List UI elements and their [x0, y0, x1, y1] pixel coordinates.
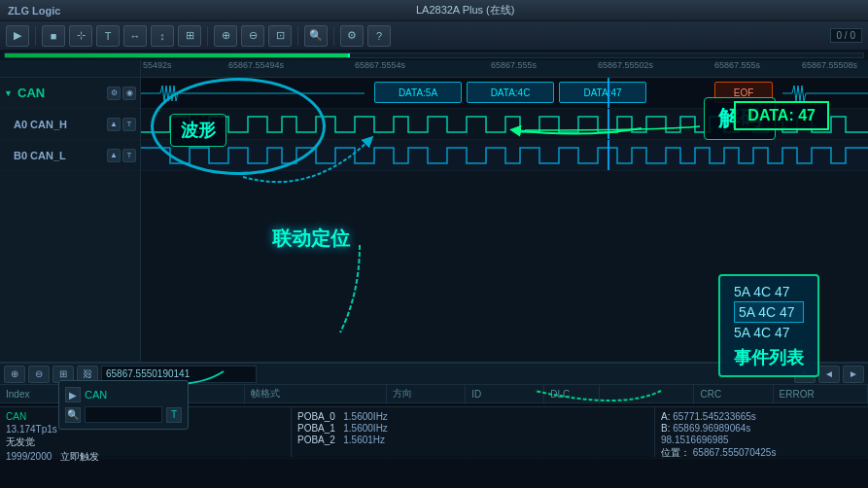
progress-bar-fill	[5, 53, 348, 57]
can-l-waveform-row	[141, 140, 868, 171]
measure-button[interactable]: ↔	[123, 25, 147, 47]
poba1-row: POBA_1 1.5600IHz	[297, 423, 648, 434]
status-count: 1999/2000 立即触发	[6, 450, 285, 464]
signal-up-l-icon[interactable]: ▲	[107, 149, 121, 162]
event-row-2: 5A 4C 47	[734, 301, 804, 323]
th-error: ERROR	[773, 385, 867, 403]
signal-name-can-h: A0 CAN_H	[14, 119, 107, 130]
play-button[interactable]: ▶	[6, 25, 29, 47]
help-button[interactable]: ?	[367, 25, 391, 47]
signal-item-can[interactable]: ▼ CAN ⚙ ◉	[0, 78, 140, 109]
cursor-a-row: A: 65771.545233665s	[661, 411, 862, 422]
text-icon[interactable]: T	[166, 407, 182, 423]
signal-settings-icon[interactable]: ⚙	[107, 87, 121, 100]
signal-item-can-h[interactable]: A0 CAN_H ▲ T	[0, 109, 140, 140]
position-row: 位置： 65867.555070425s	[661, 446, 862, 460]
stop-button[interactable]: ■	[42, 25, 65, 47]
th-id: ID	[466, 385, 544, 403]
cursor-line-h	[608, 109, 609, 139]
time-label-0: 55492s	[143, 60, 172, 70]
cell-dlc: 3	[544, 459, 600, 460]
poba2-row: POBA_2 1.5601Hz	[297, 435, 648, 445]
time-label-1: 65867.55494s	[228, 60, 284, 70]
sep1	[35, 26, 36, 46]
search-type-icon[interactable]: ▶	[65, 387, 81, 402]
event-row-1: 5A 4C 47	[734, 282, 804, 301]
packet-data-5a: DATA:5A	[374, 82, 462, 103]
signal-icons-h: ▲ T	[107, 118, 136, 131]
signal-expand-icon: ▼	[4, 88, 14, 98]
time-ruler: 55492s 65867.55494s 65867.5554s 65867.55…	[141, 60, 868, 78]
frame-counter: 0 / 0	[830, 28, 862, 43]
signal-icons-l: ▲ T	[107, 149, 136, 162]
can-squiggle-left	[141, 78, 365, 109]
time-label-2: 65867.5554s	[355, 60, 405, 70]
poba0-row: POBA_0 1.5600IHz	[297, 411, 648, 422]
sep4	[333, 26, 334, 46]
signal-t-l-icon[interactable]: T	[122, 149, 136, 162]
signal-item-can-l[interactable]: B0 CAN_L ▲ T	[0, 140, 140, 171]
th-data	[600, 385, 694, 403]
signal-name-can-l: B0 CAN_L	[14, 150, 107, 161]
can-l-waveform-svg	[141, 140, 868, 171]
signal-eye-icon[interactable]: ◉	[122, 87, 136, 100]
event-list-title: 事件列表	[734, 346, 804, 369]
cursor-line-l	[608, 140, 609, 170]
fit-button[interactable]: ⊡	[268, 25, 292, 47]
ruler-spacer	[0, 60, 140, 78]
th-dlc: DLC	[544, 385, 600, 403]
event-row-3: 5A 4C 47	[734, 323, 804, 342]
delta-row: 98.1516696985	[661, 435, 862, 445]
packet-data-4c: DATA:4C	[467, 82, 554, 103]
event-list-popup: 5A 4C 47 5A 4C 47 5A 4C 47 事件列表	[718, 274, 819, 377]
th-format: 帧格式	[245, 385, 387, 403]
sep3	[297, 26, 298, 46]
next-btn[interactable]: ►	[843, 366, 864, 383]
export-button[interactable]: ⊞	[178, 25, 201, 47]
zoom-in-btn[interactable]: ⊕	[4, 366, 25, 383]
search-can-label: CAN	[85, 389, 107, 401]
data-display-box: DATA: 47	[734, 101, 829, 130]
search-type-row: ▶ CAN	[65, 387, 182, 402]
title-bar: ZLG Logic LA2832A Plus (在线)	[0, 0, 868, 21]
sep2	[207, 26, 208, 46]
cell-dir: 接收	[387, 459, 466, 460]
progress-bar-cursor	[348, 53, 350, 57]
status-right: A: 65771.545233665s B: 65869.96989064s 9…	[654, 407, 868, 457]
signal-up-h-icon[interactable]: ▲	[107, 118, 121, 131]
cursor-line-can	[608, 78, 609, 108]
search-icon[interactable]: 🔍	[65, 407, 81, 423]
signal-icons-can: ⚙ ◉	[107, 87, 136, 100]
zoom-out-btn[interactable]: ⊖	[28, 366, 50, 383]
signal-t-h-icon[interactable]: T	[122, 118, 136, 131]
time-label-6: 65867.55508s	[802, 60, 857, 70]
progress-bar-container[interactable]	[0, 51, 868, 60]
zoom-in-button[interactable]: ⊕	[214, 25, 237, 47]
cell-id: 200	[466, 459, 544, 460]
cursor-button[interactable]: ⊹	[69, 25, 92, 47]
th-dir: 方向	[387, 385, 466, 403]
search-input-row: 🔍 T	[65, 406, 182, 423]
search-field-input[interactable]	[85, 406, 162, 423]
time-label-4: 65867.55502s	[598, 60, 653, 70]
search-popup: ▶ CAN 🔍 T	[58, 380, 189, 430]
trigger-button[interactable]: T	[96, 25, 120, 47]
data-display-text: DATA: 47	[747, 107, 816, 123]
link-position-label: 联动定位	[272, 226, 350, 252]
packet-data-47: DATA:47	[559, 82, 646, 103]
zoom-out-button[interactable]: ⊖	[241, 25, 264, 47]
cursor-b-row: B: 65869.96989064s	[661, 423, 862, 434]
time-label-3: 65867.555s	[491, 60, 537, 70]
status-mid: POBA_0 1.5600IHz POBA_1 1.5600IHz POBA_2…	[292, 407, 654, 457]
app-logo: ZLG Logic	[8, 5, 60, 17]
prev-btn[interactable]: ◄	[818, 366, 840, 383]
th-crc: CRC	[694, 385, 773, 403]
protocol-button[interactable]: ↕	[151, 25, 174, 47]
search-toolbar-button[interactable]: 🔍	[304, 25, 328, 47]
waveform-label: 波形	[170, 114, 226, 147]
signal-name-can: CAN	[17, 86, 107, 100]
device-title: LA2832A Plus (在线)	[70, 3, 860, 17]
settings-button[interactable]: ⚙	[340, 25, 364, 47]
progress-bar-track[interactable]	[4, 52, 864, 58]
toolbar: ▶ ■ ⊹ T ↔ ↕ ⊞ ⊕ ⊖ ⊡ 🔍 ⚙ ? 0 / 0	[0, 21, 868, 51]
